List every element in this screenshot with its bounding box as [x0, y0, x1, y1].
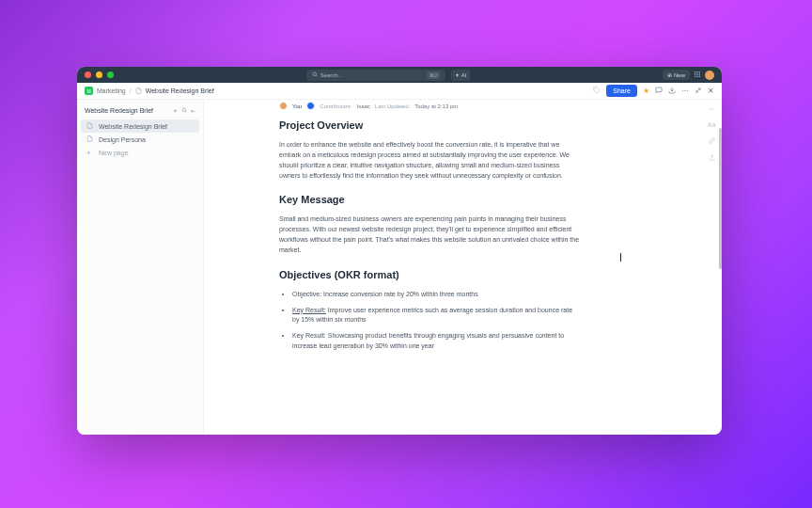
- titlebar: Search… ⌘J ✦ AI ⊕ New: [77, 67, 722, 83]
- breadcrumb-parent[interactable]: Marketing: [97, 87, 126, 94]
- close-icon[interactable]: ✕: [708, 87, 714, 95]
- avatar-contributor: [306, 102, 315, 110]
- objectives-list: Objective: Increase conversion rate by 2…: [279, 290, 581, 352]
- updated-value: Today at 2:13 pm: [414, 103, 458, 109]
- share-button[interactable]: Share: [606, 85, 637, 97]
- heading-project-overview: Project Overview: [279, 119, 581, 131]
- heading-objectives: Objectives (OKR format): [279, 269, 581, 280]
- sidebar-item-label: New page: [99, 150, 129, 156]
- ai-button[interactable]: ✦ AI: [451, 70, 471, 81]
- more-icon[interactable]: ⋯: [681, 87, 689, 95]
- svg-point-10: [595, 88, 596, 89]
- collapse-sidebar-icon[interactable]: ⇤: [191, 107, 195, 114]
- text-caret: [620, 253, 621, 262]
- sidebar-item-label: Website Redesign Brief: [99, 123, 167, 130]
- document-icon: [86, 135, 94, 143]
- download-icon[interactable]: [668, 87, 676, 96]
- folder-badge-icon: M: [85, 87, 93, 95]
- collapse-icon[interactable]: [695, 87, 702, 96]
- comment-icon[interactable]: [655, 87, 663, 96]
- scrollbar[interactable]: [719, 100, 722, 435]
- sidebar-item-design-persona[interactable]: Design Persona: [81, 133, 199, 146]
- right-rail: ↔ Aa: [707, 105, 716, 162]
- svg-point-0: [313, 72, 317, 76]
- list-item: Key Result: Showcasing product benefits …: [292, 331, 581, 352]
- document-metadata: You Contributors: Isaac Last Updated: To…: [279, 102, 581, 110]
- width-toggle-icon[interactable]: ↔: [709, 105, 715, 112]
- close-window-button[interactable]: [85, 71, 91, 78]
- new-button[interactable]: ⊕ New: [663, 70, 690, 80]
- svg-rect-7: [695, 76, 695, 77]
- sidebar-item-redesign-brief[interactable]: Website Redesign Brief: [81, 119, 199, 133]
- document-pane: You Contributors: Isaac Last Updated: To…: [204, 100, 722, 435]
- tag-icon[interactable]: [593, 87, 601, 96]
- apps-grid-icon[interactable]: [694, 71, 701, 79]
- contributors: Isaac: [356, 103, 369, 109]
- svg-rect-3: [699, 71, 700, 72]
- contributors-label: Contributors:: [320, 103, 351, 109]
- sparkle-icon[interactable]: ✦: [173, 107, 178, 114]
- sidebar-header: Website Redesign Brief ✦ ⇤: [81, 105, 199, 119]
- global-search-input[interactable]: Search… ⌘J: [306, 70, 445, 81]
- export-icon[interactable]: [709, 154, 715, 162]
- scrollbar-thumb[interactable]: [719, 128, 722, 269]
- sparkle-icon: ✦: [455, 71, 460, 78]
- search-icon: [312, 71, 318, 78]
- breadcrumb: M Marketing / Website Redesign Brief: [85, 87, 214, 95]
- breadcrumb-current[interactable]: Website Redesign Brief: [146, 87, 214, 94]
- heading-key-message: Key Message: [279, 194, 581, 205]
- avatar-you: [279, 102, 288, 110]
- user-avatar[interactable]: [705, 71, 714, 80]
- star-icon[interactable]: ★: [643, 87, 649, 95]
- svg-rect-8: [696, 76, 697, 77]
- svg-rect-1: [695, 71, 695, 72]
- breadcrumb-toolbar: M Marketing / Website Redesign Brief Sha…: [77, 83, 722, 100]
- list-item: Objective: Increase conversion rate by 2…: [292, 290, 581, 300]
- svg-rect-2: [696, 71, 697, 72]
- svg-rect-4: [695, 73, 695, 74]
- list-item: Key Result: Improve user experience metr…: [292, 306, 581, 326]
- sidebar: Website Redesign Brief ✦ ⇤ Website Redes…: [77, 100, 204, 435]
- document-icon: [86, 122, 94, 130]
- paragraph: Small and medium-sized business owners a…: [279, 214, 581, 255]
- app-window: Search… ⌘J ✦ AI ⊕ New M Marketing /: [77, 67, 722, 435]
- maximize-window-button[interactable]: [107, 71, 114, 78]
- svg-rect-9: [699, 76, 700, 77]
- svg-point-11: [182, 108, 186, 112]
- updated-label: Last Updated:: [375, 103, 410, 109]
- search-small-icon[interactable]: [181, 107, 187, 114]
- breadcrumb-separator: /: [130, 87, 132, 94]
- sidebar-new-page[interactable]: + New page: [81, 146, 199, 160]
- link-icon[interactable]: [709, 137, 715, 145]
- typography-icon[interactable]: Aa: [708, 121, 716, 128]
- svg-rect-5: [696, 73, 697, 74]
- plus-circle-icon: ⊕: [667, 71, 672, 78]
- search-shortcut: ⌘J: [427, 71, 440, 79]
- document-icon: [135, 87, 142, 95]
- current-user: You: [292, 103, 302, 109]
- search-placeholder: Search…: [320, 72, 344, 78]
- plus-icon: +: [86, 149, 94, 157]
- minimize-window-button[interactable]: [96, 71, 102, 78]
- sidebar-item-label: Design Persona: [99, 136, 146, 143]
- paragraph: In order to enhance the website and effe…: [279, 140, 581, 181]
- document-content[interactable]: You Contributors: Isaac Last Updated: To…: [204, 100, 722, 435]
- svg-rect-6: [699, 73, 700, 74]
